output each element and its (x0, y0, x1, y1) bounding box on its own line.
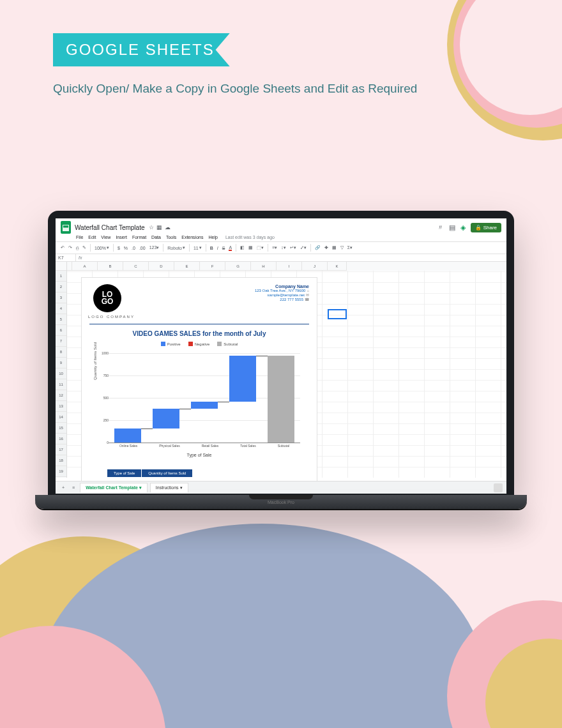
plot (109, 353, 300, 443)
banner: GOOGLE SHEETS (53, 33, 230, 66)
fontsize-select[interactable]: 11 ▾ (194, 245, 202, 250)
menu-help[interactable]: Help (208, 235, 217, 239)
menu-data[interactable]: Data (151, 235, 161, 239)
all-sheets-button[interactable]: ≡ (70, 485, 77, 490)
menu-edit[interactable]: Edit (88, 235, 96, 239)
strike-icon[interactable]: S (222, 246, 225, 250)
share-label: Share (483, 225, 497, 231)
print-icon[interactable]: ⎙ (76, 246, 79, 250)
y-axis-label: Quantity of Items Sold (93, 342, 97, 380)
legend-label: Positive (167, 342, 181, 346)
x-axis-label: Type of Sale (82, 453, 317, 457)
link-icon[interactable]: 🔗 (315, 245, 321, 250)
tab-instructions[interactable]: Instructions ▾ (150, 483, 188, 492)
laptop-label: MacBook Pro (268, 500, 294, 504)
grid[interactable]: 12345678910111213141516171819 A B C D E … (56, 262, 506, 478)
data-table-header: Type of Sale Quantity of Items Sold (107, 469, 193, 477)
rotate-icon[interactable]: ⤢▾ (300, 245, 307, 250)
halign-icon[interactable]: ≡▾ (272, 245, 277, 250)
doc-title[interactable]: Waterfall Chart Template (75, 224, 145, 231)
fill-icon[interactable]: ◧ (240, 245, 245, 250)
x-ticks: Online Sales Physical Sales Retail Sales… (109, 444, 300, 448)
logo-caption: LOGO COMPANY (88, 315, 135, 319)
bold-icon[interactable]: B (210, 246, 213, 250)
divider (89, 324, 309, 324)
valign-icon[interactable]: ↕▾ (281, 245, 286, 250)
last-edit[interactable]: Last edit was 3 days ago (225, 235, 275, 239)
company-name: Company Name (255, 284, 309, 289)
currency-icon[interactable]: $ (118, 246, 120, 250)
cell-area[interactable]: LO GO LOGO COMPANY Company Name 123 Oak … (67, 271, 506, 478)
fx-label: fx (76, 254, 84, 261)
bar (191, 402, 218, 409)
menu-format[interactable]: Format (132, 235, 146, 239)
th: Type of Sale (107, 469, 142, 477)
bars (109, 353, 300, 443)
menu-file[interactable]: File (76, 235, 83, 239)
document-page: LO GO LOGO COMPANY Company Name 123 Oak … (81, 277, 317, 494)
dec-icon[interactable]: .0 (132, 246, 135, 250)
company-info: Company Name 123 Oak Tree Ave., NY 79600… (255, 284, 309, 301)
tab-active[interactable]: Waterfall Chart Template ▾ (80, 483, 148, 492)
sheets-icon[interactable] (61, 221, 71, 234)
cloud-icon[interactable]: ☁ (165, 224, 171, 231)
inc-icon[interactable]: .00 (139, 246, 146, 250)
laptop: Waterfall Chart Template ☆ ▦ ☁ 〃 ▤ ◈ 🔒 S… (35, 211, 527, 509)
toolbar: ↶ ↷ ⎙ ✎ 100% ▾ $ % .0 .00 123▾ Roboto ▾ … (56, 241, 506, 254)
bar (268, 356, 294, 443)
company-phone: 222 777 5555 (280, 298, 303, 301)
chart-icon[interactable]: ▦ (332, 245, 337, 250)
titlebar: Waterfall Chart Template ☆ ▦ ☁ 〃 ▤ ◈ 🔒 S… (56, 218, 506, 234)
star-icon[interactable]: ☆ (149, 224, 154, 231)
logo: LO GO (93, 284, 121, 312)
bar (114, 428, 141, 443)
merge-icon[interactable]: ⬚▾ (257, 245, 264, 250)
menu-extensions[interactable]: Extensions (181, 235, 203, 239)
explore-button[interactable] (494, 483, 503, 492)
history-icon[interactable]: 〃 (437, 223, 444, 232)
formula-bar: K7 fx (56, 254, 506, 262)
legend: Positive Negative Subtotal (82, 342, 317, 346)
font-select[interactable]: Roboto ▾ (167, 245, 185, 250)
legend-swatch (188, 342, 193, 346)
menu-view[interactable]: View (101, 235, 110, 239)
selected-cell[interactable] (328, 309, 347, 319)
laptop-screen-bezel: Waterfall Chart Template ☆ ▦ ☁ 〃 ▤ ◈ 🔒 S… (48, 211, 514, 495)
tab-strip: + ≡ Waterfall Chart Template ▾ Instructi… (56, 481, 506, 494)
paint-icon[interactable]: ✎ (82, 245, 86, 250)
legend-label: Negative (195, 342, 210, 346)
zoom-select[interactable]: 100% ▾ (95, 245, 109, 250)
chart-title: VIDEO GAMES SALES for the month of July (82, 330, 317, 337)
legend-swatch (217, 342, 222, 346)
comment-icon[interactable]: ▤ (449, 224, 455, 232)
bar (229, 356, 256, 401)
functions-icon[interactable]: Σ▾ (347, 245, 353, 250)
lock-icon: 🔒 (475, 225, 482, 231)
wrap-icon[interactable]: ↵▾ (290, 245, 296, 250)
menubar: File Edit View Insert Format Data Tools … (56, 234, 506, 241)
doc-title-icons: ☆ ▦ ☁ (149, 224, 171, 231)
comment-add-icon[interactable]: ✚ (324, 245, 328, 250)
redo-icon[interactable]: ↷ (68, 245, 72, 250)
menu-insert[interactable]: Insert (116, 235, 127, 239)
bar (153, 409, 179, 428)
add-sheet-button[interactable]: + (59, 485, 67, 490)
th: Quantity of Items Sold (142, 469, 193, 477)
undo-icon[interactable]: ↶ (61, 245, 65, 250)
share-button[interactable]: 🔒 Share (471, 223, 501, 232)
subtitle: Quickly Open/ Make a Copy in Google Shee… (53, 82, 417, 96)
border-icon[interactable]: ▦ (248, 245, 253, 250)
menu-tools[interactable]: Tools (166, 235, 176, 239)
folder-icon[interactable]: ▦ (156, 224, 162, 231)
filter-icon[interactable]: ▽ (340, 245, 344, 250)
italic-icon[interactable]: I (217, 246, 218, 250)
text-color-icon[interactable]: A (229, 245, 232, 251)
cell-ref[interactable]: K7 (56, 254, 76, 261)
legend-label: Subtotal (224, 342, 238, 346)
legend-swatch (161, 342, 165, 346)
percent-icon[interactable]: % (124, 246, 128, 250)
more-format-icon[interactable]: 123▾ (149, 245, 160, 250)
meet-icon[interactable]: ◈ (460, 224, 466, 232)
screen: Waterfall Chart Template ☆ ▦ ☁ 〃 ▤ ◈ 🔒 S… (56, 218, 506, 494)
column-headers: A B C D E F G H I J K (67, 262, 506, 271)
